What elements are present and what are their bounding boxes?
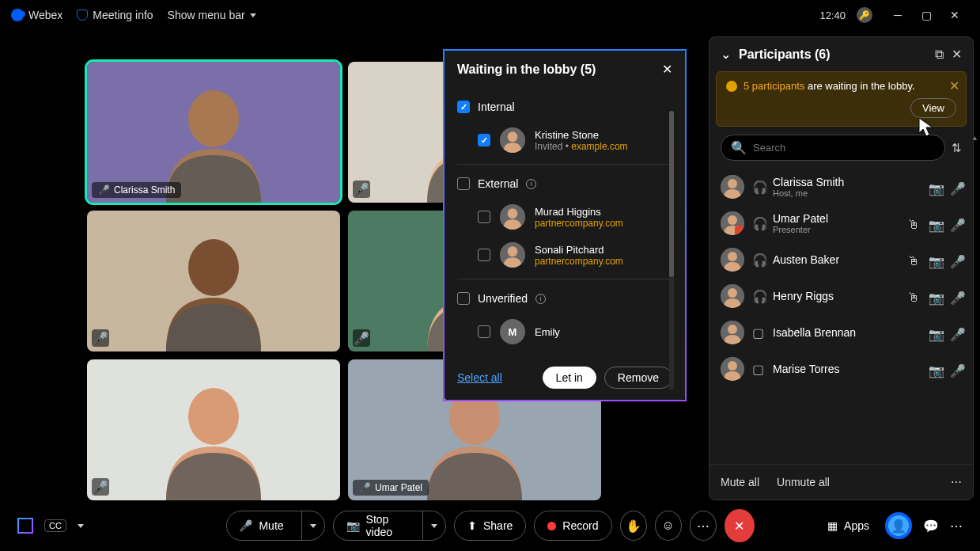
shield-icon (77, 10, 88, 21)
video-tile[interactable]: 🎤Clarissa Smith (87, 62, 340, 203)
svg-point-29 (508, 246, 518, 256)
view-lobby-button[interactable]: View (910, 98, 956, 118)
alert-text: 5 participants are waiting in the lobby. (744, 80, 915, 92)
svg-point-25 (508, 131, 518, 142)
stop-video-button[interactable]: 📷Stop video (333, 511, 446, 541)
raise-hand-button[interactable]: ✋ (619, 511, 646, 541)
participants-button[interactable]: 👤 (885, 512, 912, 539)
participant-row[interactable]: ▢Marise Torres📷🎤 (714, 351, 968, 387)
mic-muted-icon: 🎤 (353, 329, 370, 347)
device-icon: ▢ (752, 362, 765, 377)
panel-scrollbar[interactable]: ▴ (973, 133, 974, 481)
popout-icon[interactable]: ⧉ (935, 48, 944, 62)
video-tile[interactable]: 🎤 (87, 359, 340, 500)
participant-name: Henry Riggs (773, 290, 899, 302)
show-menu-bar-button[interactable]: Show menu bar (168, 9, 256, 21)
group-checkbox[interactable] (457, 177, 470, 190)
lobby-entry[interactable]: MEmily (457, 313, 672, 351)
chevron-down-icon[interactable]: ⌄ (721, 47, 731, 62)
close-panel-icon[interactable]: ✕ (952, 47, 962, 62)
chat-button[interactable]: 💬 (923, 519, 939, 534)
alert-close-icon[interactable]: ✕ (949, 78, 959, 93)
avatar (721, 284, 744, 308)
let-in-button[interactable]: Let in (543, 367, 596, 389)
share-button[interactable]: ⬆Share (454, 511, 526, 541)
window-minimize-button[interactable]: ─ (884, 4, 912, 26)
participant-row[interactable]: 🎧Henry Riggs🖱📷🎤 (714, 278, 968, 314)
participant-row[interactable]: 🎧Austen Baker🖱📷🎤 (714, 241, 968, 278)
sort-icon[interactable]: ⇅ (952, 141, 962, 155)
group-checkbox[interactable] (457, 101, 470, 113)
video-tile[interactable]: 🎤 (87, 211, 340, 352)
microphone-icon: 🎤 (950, 327, 962, 339)
microphone-icon: 🎤 (239, 519, 252, 532)
lobby-close-icon[interactable]: ✕ (662, 62, 672, 77)
participant-row[interactable]: 🎧Umar PatelPresenter🖱📷🎤 (714, 205, 968, 241)
more-controls-button[interactable]: ⋯ (690, 511, 717, 541)
lobby-entry[interactable]: Kristine StoneInvited • example.com (457, 121, 672, 159)
lobby-popup: Waiting in the lobby (5) ✕ InternalKrist… (443, 49, 687, 401)
remote-control-icon: 🖱 (907, 291, 919, 302)
info-icon[interactable]: i (526, 179, 536, 189)
participant-row[interactable]: 🎧Clarissa SmithHost, me📷🎤 (714, 169, 968, 205)
camera-icon: 📷 (929, 254, 940, 266)
assistant-icon[interactable] (17, 518, 33, 534)
group-label: Unverified (478, 292, 528, 305)
window-close-button[interactable]: ✕ (940, 4, 969, 26)
lobby-entry[interactable]: Murad Higginspartnercompany.com (457, 198, 672, 236)
webex-icon (11, 9, 24, 21)
participant-row[interactable]: ▢Isabella Brennan📷🎤 (714, 314, 968, 351)
camera-icon: 📷 (929, 327, 940, 339)
unmute-all-button[interactable]: Unmute all (777, 476, 830, 488)
group-label: Internal (478, 101, 515, 113)
search-input[interactable] (753, 142, 935, 154)
webex-logo: Webex (11, 9, 62, 21)
tile-name-label: Umar Patel (375, 482, 422, 493)
record-button[interactable]: Record (534, 511, 611, 541)
entry-checkbox[interactable] (478, 325, 490, 338)
select-all-link[interactable]: Select all (457, 371, 502, 384)
lobby-scrollbar[interactable] (669, 111, 674, 390)
info-icon[interactable]: i (535, 294, 546, 304)
more-options-icon[interactable]: ⋯ (951, 476, 962, 488)
reactions-button[interactable]: ☺ (655, 511, 682, 541)
participant-name: Marise Torres (773, 363, 921, 375)
entry-checkbox[interactable] (478, 134, 490, 146)
svg-point-15 (728, 215, 737, 225)
avatar (721, 321, 744, 344)
lobby-title: Waiting in the lobby (5) (457, 63, 662, 77)
meeting-info-button[interactable]: Meeting info (77, 9, 153, 21)
entry-checkbox[interactable] (478, 249, 490, 261)
remote-control-icon: 🖱 (907, 254, 919, 266)
remove-button[interactable]: Remove (604, 367, 672, 389)
tile-name-label: Clarissa Smith (114, 184, 175, 196)
more-panel-button[interactable]: ⋯ (950, 519, 963, 534)
mute-all-button[interactable]: Mute all (721, 476, 759, 488)
encryption-icon[interactable]: 🔑 (857, 7, 872, 23)
lobby-group-header[interactable]: Externali (457, 169, 672, 198)
chevron-down-icon[interactable] (78, 524, 84, 528)
camera-icon: 📷 (346, 519, 360, 532)
lobby-group-header[interactable]: Internal (457, 93, 672, 121)
alert-icon (726, 81, 737, 92)
headset-icon: 🎧 (752, 216, 765, 231)
entry-name: Murad Higgins (535, 206, 623, 218)
entry-checkbox[interactable] (478, 211, 490, 223)
lobby-alert: 5 participants are waiting in the lobby.… (716, 71, 967, 127)
lobby-entry[interactable]: Sonali Pitchardpartnercompany.com (457, 236, 672, 274)
svg-point-17 (728, 252, 737, 261)
search-input-wrapper[interactable]: 🔍 (721, 135, 945, 161)
leave-meeting-button[interactable]: ✕ (725, 509, 755, 542)
lobby-group-header[interactable]: Unverifiedi (457, 284, 672, 313)
participant-name: Clarissa SmithHost, me (773, 176, 921, 198)
mute-button[interactable]: 🎤Mute (225, 511, 324, 541)
video-options-dropdown[interactable] (422, 511, 445, 540)
window-maximize-button[interactable]: ▢ (912, 4, 940, 26)
cc-button[interactable]: CC (44, 519, 66, 532)
apps-button[interactable]: ▦Apps (823, 511, 874, 541)
mute-options-dropdown[interactable] (301, 511, 324, 540)
headset-icon: 🎧 (752, 253, 765, 268)
group-checkbox[interactable] (457, 292, 470, 305)
clock: 12:40 (819, 10, 846, 21)
participant-name: Austen Baker (773, 253, 899, 266)
